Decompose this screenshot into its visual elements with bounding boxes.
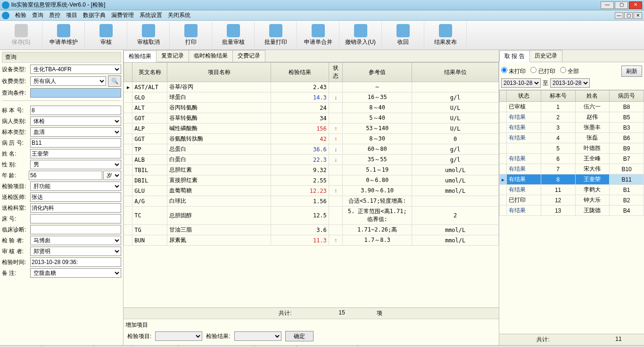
name-input[interactable]: [30, 149, 121, 158]
result-row[interactable]: GLO球蛋白14.3↓16～35g/l: [124, 92, 499, 103]
device-type-select[interactable]: 生化TBA-40FR: [30, 65, 121, 74]
tab-复查记录[interactable]: 复查记录: [156, 50, 189, 62]
result-row[interactable]: GGT谷氨酰转肽酶42↑8～300: [124, 134, 499, 144]
result-row[interactable]: ALP碱性磷酸酶156↑53～140U/L: [124, 124, 499, 134]
mdi-close[interactable]: ✕: [634, 12, 642, 19]
toolbtn-批量审核[interactable]: 批量审核: [212, 22, 255, 49]
toolbar: 保存(S)申请单维护审核审核取消打印批量审核批量打印申请单合并撤销录入(U)收回…: [0, 21, 644, 50]
report-row[interactable]: 有结果7宋大伟B10: [500, 164, 644, 174]
result-row[interactable]: ▸AST/ALT谷草/谷丙2.43～: [124, 82, 499, 92]
time-input[interactable]: [30, 257, 121, 267]
tool-icon: [15, 24, 28, 37]
report-row[interactable]: 有结果3张墨丰B3: [500, 123, 644, 133]
date-from-select[interactable]: 2013-10-28: [501, 78, 541, 88]
minimize-button[interactable]: —: [601, 1, 614, 9]
dept-input[interactable]: [30, 203, 121, 213]
report-grid[interactable]: 状态标本号姓名病历号 已审核1伍六一B8有结果2赵伟B5有结果3张墨丰B3有结果…: [499, 90, 644, 216]
record-no-input[interactable]: [30, 138, 121, 148]
col-项目名称[interactable]: 项目名称: [167, 63, 271, 82]
refresh-button[interactable]: 刷新: [621, 66, 642, 77]
menu-项目[interactable]: 项目: [66, 12, 77, 18]
col-检验结果[interactable]: 检验结果: [271, 63, 329, 82]
right-tab-历史记录[interactable]: 历史记录: [529, 50, 562, 62]
col-参考值[interactable]: 参考值: [343, 63, 412, 82]
radio-未打印[interactable]: 未打印: [501, 67, 526, 75]
report-row[interactable]: 已打印12钟大乐B2: [500, 195, 644, 206]
toolbtn-结果发布[interactable]: 结果发布: [424, 22, 467, 49]
mdi-minimize[interactable]: —: [615, 12, 623, 19]
sex-select[interactable]: 男: [30, 160, 121, 169]
result-row[interactable]: ALT谷丙转氨酶248～40U/L: [124, 103, 499, 113]
tab-临时检验结果[interactable]: 临时检验结果: [189, 50, 233, 62]
result-row[interactable]: GOT谷草转氨酶345～40U/L: [124, 113, 499, 124]
report-row[interactable]: 有结果11李鹤大B1: [500, 185, 644, 195]
note-select[interactable]: 空腹血糖: [30, 268, 121, 278]
col-状态[interactable]: 状态: [329, 63, 342, 82]
tab-检验结果[interactable]: 检验结果: [124, 50, 157, 62]
result-row[interactable]: A/G白球比1.56合适<5.17;轻度增高:: [124, 196, 499, 207]
patient-class-select[interactable]: 体检: [30, 116, 121, 126]
report-row[interactable]: 有结果13王陇德B4: [500, 206, 644, 216]
toolbtn-保存(S): 保存(S): [0, 22, 42, 49]
maximize-button[interactable]: ▢: [615, 1, 628, 9]
query-cond-input[interactable]: [30, 88, 121, 98]
results-grid[interactable]: 英文名称项目名称检验结果状态参考值结果单位 ▸AST/ALT谷草/谷丙2.43～…: [124, 62, 499, 246]
report-row[interactable]: 有结果4张磊B6: [500, 133, 644, 143]
date-to-select[interactable]: 2013-10-28: [550, 78, 590, 88]
add-item-select[interactable]: [155, 331, 202, 341]
radio-全部[interactable]: 全部: [560, 67, 579, 75]
toolbtn-申请单合并[interactable]: 申请单合并: [297, 22, 339, 49]
toolbtn-申请单维护[interactable]: 申请单维护: [42, 22, 85, 49]
search-button[interactable]: 🔍: [108, 75, 121, 87]
menu-系统设置[interactable]: 系统设置: [140, 12, 162, 18]
auditor-select[interactable]: 郑贤明: [30, 247, 121, 256]
sample-type-select[interactable]: 血清: [30, 127, 121, 137]
window-title: lis实验室信息管理系统-Ver6.0 - [检验]: [11, 1, 105, 9]
test-item-select[interactable]: 肝功能: [30, 182, 121, 191]
report-row[interactable]: ▸有结果8王奎荣B11: [500, 174, 644, 185]
col-英文名称[interactable]: 英文名称: [132, 63, 167, 82]
report-footer: 共计: 11: [499, 334, 644, 345]
diag-input[interactable]: [30, 225, 121, 234]
report-row[interactable]: 有结果6王全峰B7: [500, 154, 644, 164]
right-tab-取 报 告[interactable]: 取 报 告: [499, 50, 530, 62]
close-button[interactable]: ✕: [629, 1, 642, 9]
report-row[interactable]: 有结果2赵伟B5: [500, 112, 644, 123]
toolbtn-撤销录入(U)[interactable]: 撤销录入(U): [339, 22, 382, 49]
result-row[interactable]: TBIL总胆红素9.325.1～19umol/L: [124, 165, 499, 175]
bed-input[interactable]: [30, 214, 121, 223]
menu-质控[interactable]: 质控: [49, 12, 60, 18]
menu-漏费管理[interactable]: 漏费管理: [111, 12, 134, 18]
menu-关闭系统[interactable]: 关闭系统: [168, 12, 190, 18]
menu-检验[interactable]: 检验: [15, 12, 26, 18]
radio-已打印[interactable]: 已打印: [530, 67, 555, 75]
menu-查询[interactable]: 查询: [32, 12, 43, 18]
result-row[interactable]: BUN尿素氮11.3↑1.7～8.3mmol/L: [124, 235, 499, 246]
toolbtn-打印[interactable]: 打印: [170, 22, 212, 49]
result-row[interactable]: TP总蛋白36.6↓60～80g/l: [124, 144, 499, 155]
toolbtn-审核取消[interactable]: 审核取消: [127, 22, 170, 49]
doctor-input[interactable]: [30, 192, 121, 202]
col-结果单位[interactable]: 结果单位: [412, 63, 499, 82]
add-result-select[interactable]: [234, 331, 281, 341]
result-row[interactable]: TC总胆固醇12.55. 正常范围<高1.71; 临界值:2: [124, 207, 499, 225]
result-row[interactable]: GLU血葡萄糖12.23↑3.90～6.10mmol/L: [124, 186, 499, 196]
toolbtn-批量打印[interactable]: 批量打印: [255, 22, 297, 49]
age-unit-select[interactable]: 岁: [103, 171, 121, 180]
tab-交费记录[interactable]: 交费记录: [232, 50, 265, 62]
toolbtn-收回[interactable]: 收回: [382, 22, 424, 49]
result-row[interactable]: ALB白蛋白22.3↓35～55g/l: [124, 155, 499, 165]
menu-数据字典[interactable]: 数据字典: [83, 12, 106, 18]
checker-select[interactable]: 马博彪: [30, 236, 121, 245]
tool-icon: [396, 24, 410, 37]
result-row[interactable]: TG甘油三脂3.61.71~2.26;高mmol/L: [124, 225, 499, 235]
age-input[interactable]: [29, 171, 102, 180]
add-confirm-button[interactable]: 确定: [285, 331, 314, 341]
report-row[interactable]: 已审核1伍六一B8: [500, 102, 644, 112]
specno-input[interactable]: [30, 106, 121, 115]
mdi-restore[interactable]: ▢: [624, 12, 633, 19]
report-row[interactable]: 新病人5叶德胜B9: [500, 143, 644, 154]
fee-type-select[interactable]: 所有病人: [30, 76, 106, 86]
toolbtn-审核[interactable]: 审核: [85, 22, 127, 49]
result-row[interactable]: DBIL直接胆红素2.550～6.80umol/L: [124, 175, 499, 186]
